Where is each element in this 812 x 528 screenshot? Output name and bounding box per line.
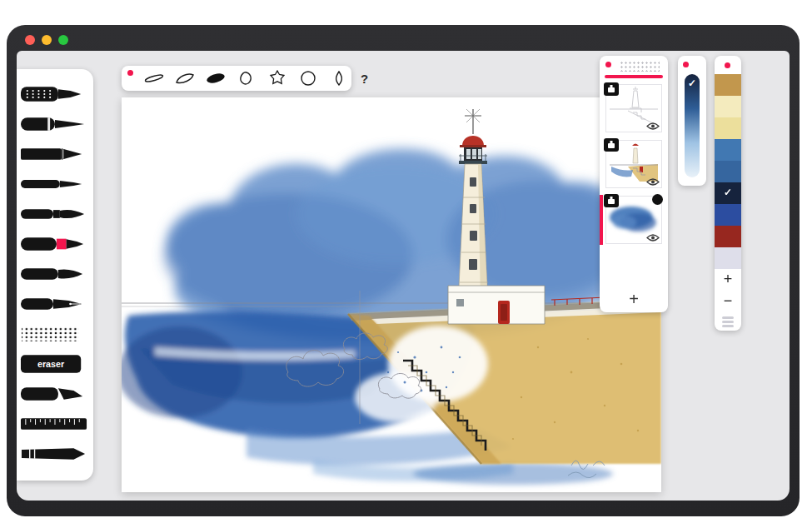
color-swatch[interactable]: ✓ <box>715 182 741 204</box>
tool-calligraphy-pen[interactable] <box>17 289 93 319</box>
tool-airbrush[interactable] <box>17 319 93 349</box>
brush-shape-leaf-ellipse[interactable] <box>174 68 196 88</box>
window-control-close[interactable] <box>25 35 35 45</box>
window-control-zoom[interactable] <box>58 35 68 45</box>
watercolor-brush-icon <box>20 233 88 255</box>
add-color-button[interactable]: + <box>715 271 741 288</box>
brush-shape-droplet[interactable] <box>328 68 350 88</box>
toolbar-indicator-dot <box>127 70 133 76</box>
brush-shape-toolbar: ? <box>122 66 351 91</box>
color-palette-panel: ✓ + − <box>715 56 741 331</box>
color-swatch[interactable] <box>715 96 741 117</box>
tool-eraser[interactable]: eraser <box>17 349 93 379</box>
remove-color-button[interactable]: − <box>715 292 741 310</box>
layers-accent-bar <box>605 75 663 78</box>
color-swatches: ✓ <box>715 74 741 269</box>
add-layer-button[interactable]: + <box>600 290 668 309</box>
layer-paint-icon[interactable] <box>604 138 619 152</box>
calligraphy-pen-icon <box>20 293 88 315</box>
tool-paint-brush[interactable] <box>17 199 93 229</box>
brush-shape-filled-ellipse-selected[interactable] <box>205 68 227 88</box>
layers-panel: + <box>600 56 668 312</box>
selected-color-check: ✓ <box>715 187 741 198</box>
color-swatch[interactable] <box>715 117 741 139</box>
ballpoint-pen-icon <box>20 173 88 195</box>
opacity-gradient-track[interactable] <box>685 74 700 177</box>
window-control-minimize[interactable] <box>42 35 52 45</box>
palette-indicator-dot <box>725 62 730 68</box>
layer-color-dot[interactable] <box>652 194 663 205</box>
brush-help-button[interactable]: ? <box>361 72 368 86</box>
ruler-icon <box>20 413 88 435</box>
tools-sidebar: eraser <box>17 69 93 481</box>
tool-blender[interactable] <box>17 439 93 469</box>
tool-watercolor-brush-active[interactable] <box>17 229 93 259</box>
eraser-icon: eraser <box>20 353 88 375</box>
tool-round-brush[interactable] <box>17 259 93 289</box>
gradient-selected-check: ✓ <box>678 77 706 89</box>
tool-chisel-marker[interactable] <box>17 379 93 409</box>
layer-selected-bar <box>600 195 603 245</box>
tool-dotted-marker[interactable] <box>17 79 93 109</box>
brush-shape-circle[interactable] <box>297 68 319 88</box>
tool-pencil[interactable] <box>17 139 93 169</box>
color-swatch[interactable] <box>715 161 741 182</box>
layer-paint-icon[interactable] <box>604 194 619 207</box>
brush-shape-star[interactable] <box>267 68 288 88</box>
opacity-slider-panel: ✓ <box>678 56 706 186</box>
layers-indicator-dot <box>605 62 611 67</box>
palette-menu-icon[interactable] <box>722 316 734 329</box>
fine-liner-icon <box>20 113 88 135</box>
lighthouse-watercolor-painting <box>122 97 661 492</box>
dotted-marker-icon <box>20 83 88 105</box>
color-swatch[interactable] <box>715 139 741 161</box>
layer-row-color-sketch[interactable] <box>605 140 662 188</box>
tool-fine-liner[interactable] <box>17 109 93 139</box>
app-window-frame: eraser <box>7 25 800 516</box>
drawing-canvas[interactable] <box>122 97 661 492</box>
brush-shape-thin-ellipse[interactable] <box>143 68 165 88</box>
layer-list <box>605 84 662 252</box>
color-swatch[interactable] <box>715 226 741 247</box>
color-swatch[interactable] <box>715 204 741 226</box>
layer-row-watercolor-wash[interactable] <box>605 196 662 244</box>
blender-icon <box>20 443 88 465</box>
slider-indicator-dot <box>683 62 689 67</box>
round-brush-icon <box>20 263 88 285</box>
color-swatch[interactable] <box>715 74 741 96</box>
layer-visibility-eye-icon[interactable] <box>646 233 660 242</box>
layer-visibility-eye-icon[interactable] <box>646 122 660 131</box>
airbrush-icon <box>20 323 88 345</box>
chisel-marker-icon <box>20 383 88 405</box>
pencil-icon <box>20 143 88 165</box>
brush-shape-blob[interactable] <box>236 68 257 88</box>
layers-drag-handle[interactable] <box>620 61 660 72</box>
tool-ruler[interactable] <box>17 409 93 439</box>
eraser-label: eraser <box>37 359 65 369</box>
workspace: eraser <box>17 51 790 501</box>
paint-brush-icon <box>20 203 88 225</box>
color-swatch[interactable] <box>715 247 741 269</box>
tool-ballpoint-pen[interactable] <box>17 169 93 199</box>
window-controls <box>25 35 68 45</box>
layer-paint-icon[interactable] <box>604 82 619 96</box>
layer-visibility-eye-icon[interactable] <box>646 177 660 187</box>
layer-row-line-sketch[interactable] <box>605 84 662 132</box>
